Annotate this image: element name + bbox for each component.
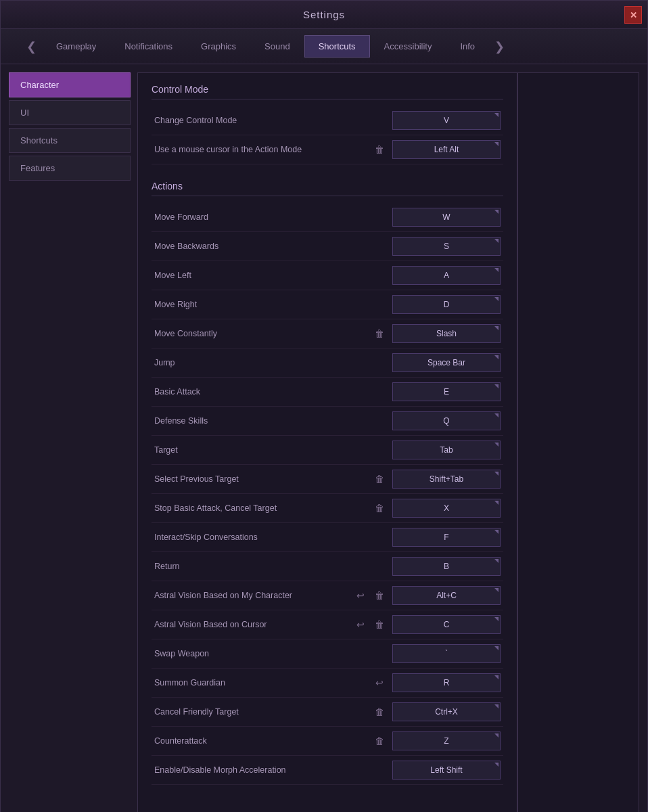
row-mouse-cursor-action: Use a mouse cursor in the Action Mode 🗑 …: [152, 135, 503, 164]
label-change-control-mode: Change Control Mode: [154, 116, 387, 125]
label-astral-vision-cursor: Astral Vision Based on Cursor: [154, 620, 353, 629]
binding-mouse-cursor-action[interactable]: Left Alt: [392, 140, 501, 159]
icons-stop-basic-attack: 🗑: [372, 501, 387, 516]
label-move-backwards: Move Backwards: [154, 242, 387, 251]
reset-icon-astral-vision-character[interactable]: ↩: [353, 588, 368, 603]
row-change-control-mode: Change Control Mode V: [152, 106, 503, 135]
label-move-forward: Move Forward: [154, 212, 387, 222]
binding-move-forward[interactable]: W: [392, 208, 501, 227]
sidebar-item-shortcuts[interactable]: Shortcuts: [9, 128, 131, 153]
row-target: Target Tab: [152, 436, 503, 465]
label-target: Target: [154, 445, 387, 455]
label-move-right: Move Right: [154, 300, 387, 309]
scroll-area[interactable]: Control Mode Change Control Mode V Use a…: [138, 73, 517, 812]
reset-icon-astral-vision-cursor[interactable]: ↩: [353, 617, 368, 632]
row-select-previous-target: Select Previous Target 🗑 Shift+Tab: [152, 465, 503, 494]
binding-astral-vision-cursor[interactable]: C: [392, 615, 501, 634]
binding-change-control-mode[interactable]: V: [392, 111, 501, 130]
right-panel: [517, 72, 639, 812]
row-stop-basic-attack: Stop Basic Attack, Cancel Target 🗑 X: [152, 494, 503, 523]
binding-target[interactable]: Tab: [392, 441, 501, 459]
binding-basic-attack[interactable]: E: [392, 382, 501, 401]
row-astral-vision-character: Astral Vision Based on My Character ↩ 🗑 …: [152, 581, 503, 610]
label-select-previous-target: Select Previous Target: [154, 474, 372, 484]
binding-move-backwards[interactable]: S: [392, 237, 501, 256]
icons-select-previous-target: 🗑: [372, 472, 387, 487]
label-move-constantly: Move Constantly: [154, 329, 372, 338]
row-astral-vision-cursor: Astral Vision Based on Cursor ↩ 🗑 C: [152, 610, 503, 639]
close-button[interactable]: ✕: [624, 6, 642, 24]
title-bar: Settings ✕: [1, 1, 647, 29]
icons-astral-vision-cursor: ↩ 🗑: [353, 617, 387, 632]
tab-sound[interactable]: Sound: [250, 35, 304, 58]
row-cancel-friendly-target: Cancel Friendly Target 🗑 Ctrl+X: [152, 698, 503, 727]
tab-notifications[interactable]: Notifications: [110, 35, 187, 58]
row-move-left: Move Left A: [152, 261, 503, 290]
binding-stop-basic-attack[interactable]: X: [392, 499, 501, 518]
sidebar-item-character[interactable]: Character: [9, 72, 131, 97]
binding-jump[interactable]: Space Bar: [392, 353, 501, 372]
binding-move-right[interactable]: D: [392, 295, 501, 314]
section-control-mode: Control Mode Change Control Mode V Use a…: [152, 84, 503, 164]
row-move-forward: Move Forward W: [152, 203, 503, 232]
row-basic-attack: Basic Attack E: [152, 378, 503, 407]
nav-arrow-right[interactable]: ❯: [489, 39, 510, 54]
delete-icon-astral-vision-cursor[interactable]: 🗑: [372, 617, 387, 632]
binding-select-previous-target[interactable]: Shift+Tab: [392, 470, 501, 489]
delete-icon-counterattack[interactable]: 🗑: [372, 734, 387, 748]
row-counterattack: Counterattack 🗑 Z: [152, 727, 503, 756]
delete-icon-mouse-cursor[interactable]: 🗑: [372, 142, 387, 157]
binding-summon-guardian[interactable]: R: [392, 673, 501, 692]
tab-graphics[interactable]: Graphics: [187, 35, 250, 58]
tab-gameplay[interactable]: Gameplay: [42, 35, 110, 58]
binding-defense-skills[interactable]: Q: [392, 411, 501, 430]
icons-move-constantly: 🗑: [372, 326, 387, 341]
icons-astral-vision-character: ↩ 🗑: [353, 588, 387, 603]
delete-icon-cancel-friendly-target[interactable]: 🗑: [372, 704, 387, 719]
tab-shortcuts[interactable]: Shortcuts: [304, 35, 370, 58]
reset-icon-summon-guardian[interactable]: ↩: [372, 675, 387, 690]
sidebar-item-ui[interactable]: UI: [9, 100, 131, 125]
binding-astral-vision-character[interactable]: Alt+C: [392, 586, 501, 605]
label-enable-morph: Enable/Disable Morph Acceleration: [154, 765, 387, 775]
content-area: Character UI Shortcuts Features Control …: [1, 64, 647, 812]
binding-return[interactable]: B: [392, 557, 501, 576]
row-defense-skills: Defense Skills Q: [152, 407, 503, 436]
nav-arrow-left[interactable]: ❮: [21, 39, 42, 54]
label-summon-guardian: Summon Guardian: [154, 678, 372, 687]
row-interact-skip: Interact/Skip Conversations F: [152, 523, 503, 552]
tab-info[interactable]: Info: [446, 35, 489, 58]
binding-cancel-friendly-target[interactable]: Ctrl+X: [392, 702, 501, 721]
label-counterattack: Counterattack: [154, 736, 372, 746]
binding-counterattack[interactable]: Z: [392, 731, 501, 750]
delete-icon-move-constantly[interactable]: 🗑: [372, 326, 387, 341]
binding-enable-morph[interactable]: Left Shift: [392, 761, 501, 780]
label-return: Return: [154, 562, 387, 571]
label-defense-skills: Defense Skills: [154, 416, 387, 426]
window-title: Settings: [303, 9, 345, 20]
row-swap-weapon: Swap Weapon `: [152, 639, 503, 669]
binding-swap-weapon[interactable]: `: [392, 644, 501, 663]
sidebar-item-features[interactable]: Features: [9, 156, 131, 181]
row-move-backwards: Move Backwards S: [152, 232, 503, 261]
section-title-control-mode: Control Mode: [152, 84, 503, 99]
main-panel-container: Control Mode Change Control Mode V Use a…: [137, 72, 639, 812]
row-move-right: Move Right D: [152, 290, 503, 319]
delete-icon-stop-basic-attack[interactable]: 🗑: [372, 501, 387, 516]
label-basic-attack: Basic Attack: [154, 387, 387, 397]
tab-accessibility[interactable]: Accessibility: [370, 35, 446, 58]
icons-cancel-friendly-target: 🗑: [372, 704, 387, 719]
binding-interact-skip[interactable]: F: [392, 528, 501, 547]
label-cancel-friendly-target: Cancel Friendly Target: [154, 707, 372, 717]
binding-move-left[interactable]: A: [392, 266, 501, 285]
delete-icon-astral-vision-character[interactable]: 🗑: [372, 588, 387, 603]
tabs-bar: ❮ Gameplay Notifications Graphics Sound …: [1, 29, 647, 64]
label-mouse-cursor-action: Use a mouse cursor in the Action Mode: [154, 145, 372, 154]
icons-summon-guardian: ↩: [372, 675, 387, 690]
section-title-actions: Actions: [152, 181, 503, 196]
delete-icon-select-previous-target[interactable]: 🗑: [372, 472, 387, 487]
row-jump: Jump Space Bar: [152, 348, 503, 378]
binding-move-constantly[interactable]: Slash: [392, 324, 501, 343]
label-astral-vision-character: Astral Vision Based on My Character: [154, 591, 353, 600]
section-actions: Actions Move Forward W Move Backwards S: [152, 181, 503, 785]
